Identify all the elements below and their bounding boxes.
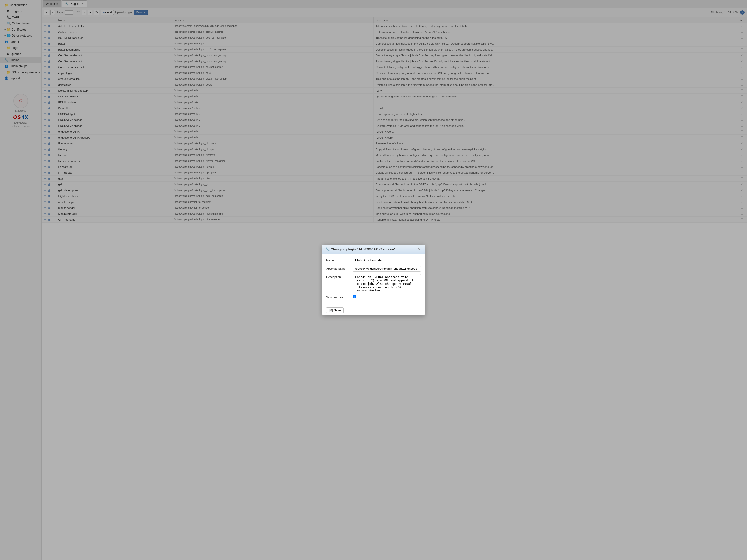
name-control [353,258,421,263]
save-icon: 💾 [329,309,333,312]
description-label: Description: [326,274,353,279]
plugin-edit-modal: 🔧 Changing plugin #14 "ENGDAT v2 encode"… [322,245,425,315]
path-control [353,266,421,272]
name-label: Name: [326,258,353,262]
save-button[interactable]: 💾 Save [326,308,344,313]
name-input[interactable] [353,258,421,263]
modal-footer: 💾 Save [323,305,424,315]
name-row: Name: [326,258,421,263]
modal-header: 🔧 Changing plugin #14 "ENGDAT v2 encode"… [323,245,424,254]
description-row: Description: Encode an ENGDAT abstract f… [326,274,421,292]
modal-body: Name: Absolute path: Description: Encode… [323,254,424,305]
modal-title: 🔧 Changing plugin #14 "ENGDAT v2 encode" [325,247,395,251]
sync-row: Synchronous: [326,294,421,299]
sync-checkbox[interactable] [353,295,356,298]
path-row: Absolute path: [326,266,421,272]
sync-control [353,294,421,298]
modal-plugin-icon: 🔧 [325,247,330,251]
sync-label: Synchronous: [326,294,353,299]
description-textarea[interactable]: Encode an ENGDAT abstract file (version … [353,274,421,291]
modal-overlay: 🔧 Changing plugin #14 "ENGDAT v2 encode"… [0,0,747,560]
path-label: Absolute path: [326,266,353,270]
description-control: Encode an ENGDAT abstract file (version … [353,274,421,292]
modal-close-button[interactable]: ✕ [417,247,422,252]
path-input[interactable] [353,266,421,272]
